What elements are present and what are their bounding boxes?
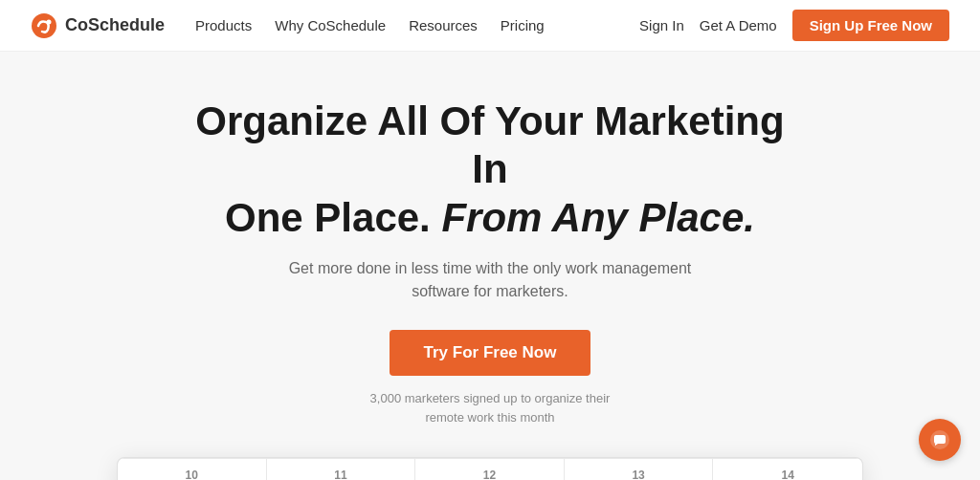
hero-subtitle: Get more done in less time with the only… — [260, 257, 720, 303]
logo[interactable]: CoSchedule — [31, 12, 165, 39]
cal-day-10: 10 🌐 Website Published Product Landing P… — [118, 459, 267, 480]
hero-title: Organize All Of Your Marketing In One Pl… — [193, 98, 787, 242]
navbar: CoSchedule Products Why CoSchedule Resou… — [0, 0, 980, 52]
svg-point-0 — [32, 13, 56, 38]
try-free-button[interactable]: Try For Free Now — [390, 330, 591, 376]
chat-icon — [929, 429, 950, 450]
hero-section: Organize All Of Your Marketing In One Pl… — [0, 52, 980, 480]
nav-links: Products Why CoSchedule Resources Pricin… — [195, 13, 639, 37]
calendar-top-row: 10 🌐 Website Published Product Landing P… — [118, 458, 862, 480]
nav-pricing[interactable]: Pricing — [501, 13, 545, 37]
calendar-preview: 10 🌐 Website Published Product Landing P… — [117, 457, 863, 480]
logo-text: CoSchedule — [65, 15, 165, 35]
nav-resources[interactable]: Resources — [409, 13, 478, 37]
hero-note: 3,000 marketers signed up to organize th… — [19, 389, 961, 426]
signup-button[interactable]: Sign Up Free Now — [792, 10, 949, 41]
nav-why[interactable]: Why CoSchedule — [275, 13, 386, 37]
cal-day-11: 11 ✓ Write Final Draft ✓ Write Social Me… — [267, 459, 416, 480]
cal-day-13: 13 Design Graphics 📝 Blog Post Pending R… — [565, 459, 714, 480]
svg-point-1 — [47, 19, 52, 24]
nav-products[interactable]: Products — [195, 13, 252, 37]
cal-day-12: 12 ✉ Email Published Product Announcemen… — [415, 459, 565, 480]
cal-day-14: 14 Design Graphics 🖨 Printed Collat... D… — [713, 459, 862, 480]
logo-icon — [31, 12, 57, 39]
get-demo-link[interactable]: Get A Demo — [700, 17, 777, 33]
nav-right: Sign In Get A Demo Sign Up Free Now — [639, 10, 949, 41]
chat-button[interactable] — [919, 419, 961, 461]
sign-in-link[interactable]: Sign In — [639, 17, 684, 33]
